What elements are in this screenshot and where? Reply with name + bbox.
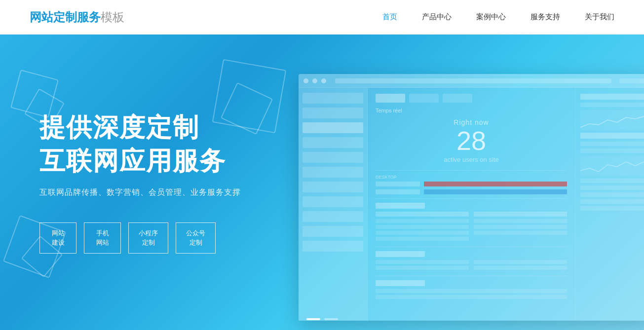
active-users-label: active users on site (376, 156, 567, 163)
hero-screenshot: Temps réel Right now 28 active users on … (299, 74, 644, 321)
rp-row-7 (580, 199, 644, 204)
right-now-text: Right now (376, 118, 567, 126)
screenshot-inner: Temps réel Right now 28 active users on … (299, 74, 644, 321)
pagination-dot-1[interactable] (306, 318, 320, 320)
col-title-1 (376, 212, 469, 217)
ss-tab-alert (443, 94, 472, 103)
big-number: 28 (376, 127, 567, 154)
hero-title: 提供深度定制 互联网应用服务 (39, 111, 316, 178)
right-now-block: Right now 28 active users on site (376, 118, 567, 163)
social-row-4 (474, 266, 567, 270)
col-row-3 (376, 231, 469, 235)
col-row-6 (474, 225, 567, 229)
ss-tab-reporting (376, 94, 405, 103)
bar-label-1 (376, 182, 420, 186)
pagination-dot-2[interactable] (324, 318, 338, 320)
btn-website[interactable]: 网站建设 (39, 222, 76, 253)
hero-content: 提供深度定制 互联网应用服务 互联网品牌传播、数字营销、会员管理、业务服务支撑 … (0, 111, 316, 254)
rp-row-1 (580, 103, 644, 107)
nav-buttons (619, 78, 644, 83)
col-title-2 (474, 212, 567, 217)
rp-title-2 (580, 133, 644, 139)
temps-reel-label: Temps réel (376, 108, 567, 113)
hero-section: 提供深度定制 互联网应用服务 互联网品牌传播、数字营销、会员管理、业务服务支撑 … (0, 35, 644, 330)
hero-subtitle: 互联网品牌传播、数字营销、会员管理、业务服务支撑 (39, 187, 316, 198)
screenshot-bar (299, 74, 644, 88)
main-nav: 首页 产品中心 案例中心 服务支持 关于我们 (382, 12, 614, 22)
top-keywords-title (376, 280, 425, 286)
rp-row-8 (580, 206, 644, 211)
logo-main-text: 网站定制服务 (30, 10, 101, 24)
divider-1 (376, 170, 567, 171)
col-row-4 (376, 237, 469, 241)
col-left (376, 212, 469, 243)
divider-2 (376, 198, 567, 199)
dot-y (312, 78, 317, 83)
social-two-col (376, 260, 567, 272)
btn-miniapp[interactable]: 小程序定制 (128, 222, 168, 253)
social-row-1 (376, 260, 469, 264)
social-row-3 (474, 260, 567, 264)
logo[interactable]: 网站定制服务模板 (30, 9, 124, 25)
dot-g (321, 78, 326, 83)
sidebar-item-1 (303, 93, 363, 104)
social-col-left (376, 260, 469, 272)
ss-tabs (376, 94, 567, 103)
col-row-1 (376, 219, 469, 223)
divider-3 (376, 247, 567, 247)
pagination-dots (306, 318, 338, 320)
hero-title-line2: 互联网应用服务 (39, 147, 226, 175)
top-referrals-title (376, 203, 425, 209)
btn-mobile[interactable]: 手机网站 (84, 222, 121, 253)
top-social-title (376, 251, 425, 257)
nav-item-about[interactable]: 关于我们 (585, 12, 614, 22)
nav-item-cases[interactable]: 案例中心 (476, 12, 506, 22)
kw-row-2 (376, 295, 567, 299)
rp-row-5 (580, 185, 644, 190)
two-col-block (376, 212, 567, 243)
bar-row-2 (376, 189, 567, 194)
nav-item-products[interactable]: 产品中心 (422, 12, 452, 22)
social-col-right (474, 260, 567, 272)
url-bar (335, 78, 611, 83)
col-row-2 (376, 225, 469, 229)
nav-item-home[interactable]: 首页 (382, 12, 397, 22)
bar-label-2 (376, 189, 420, 194)
hero-buttons: 网站建设 手机网站 小程序定制 公众号定制 (39, 222, 316, 253)
btn-wechat[interactable]: 公众号定制 (176, 222, 216, 253)
kw-row-1 (376, 289, 567, 293)
social-row-2 (376, 266, 469, 270)
screenshot-main: Temps réel Right now 28 active users on … (368, 88, 575, 321)
logo-sub-text: 模板 (101, 10, 124, 24)
rp-title-1 (580, 94, 644, 100)
divider-4 (376, 276, 567, 276)
desktop-label: DESKTOP (376, 175, 567, 180)
col-row-5 (474, 219, 567, 223)
dot-r (303, 78, 308, 83)
screenshot-content: Temps réel Right now 28 active users on … (299, 88, 644, 321)
header: 网站定制服务模板 首页 产品中心 案例中心 服务支持 关于我们 (0, 0, 644, 35)
rp-row-6 (580, 192, 644, 197)
sparkline-2 (580, 156, 644, 176)
bar-2 (424, 189, 567, 194)
ss-tab-custom (409, 94, 439, 103)
rp-row-4 (580, 179, 644, 183)
col-right (474, 212, 567, 243)
bar-1 (424, 182, 567, 186)
col-row-7 (474, 231, 567, 235)
screenshot-right-panel (575, 88, 644, 321)
sparkline-1 (580, 110, 644, 130)
nav-item-support[interactable]: 服务支持 (530, 12, 560, 22)
rp-row-3 (580, 148, 644, 153)
rp-row-2 (580, 142, 644, 146)
hero-title-line1: 提供深度定制 (39, 113, 199, 142)
bar-row-1 (376, 182, 567, 186)
